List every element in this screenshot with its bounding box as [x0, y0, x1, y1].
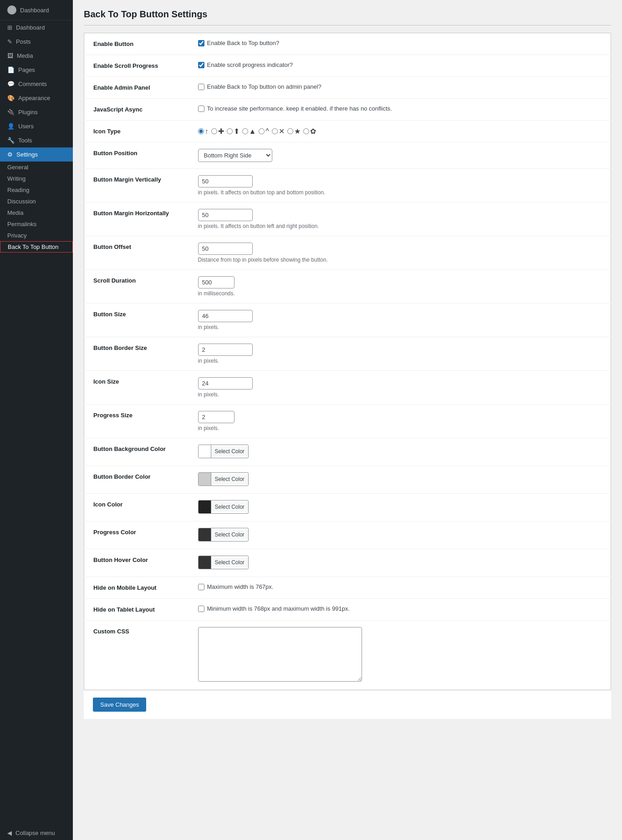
button-hover-color-swatch: [199, 556, 211, 569]
label-button-background-color: Button Background Color: [84, 438, 189, 466]
collapse-menu-button[interactable]: ◀ Collapse menu: [0, 826, 73, 840]
nav-label-settings: Settings: [16, 151, 38, 158]
icon-type-radio-7[interactable]: [287, 128, 293, 134]
submenu-item-writing[interactable]: Writing: [0, 173, 73, 184]
submenu-item-discussion[interactable]: Discussion: [0, 196, 73, 207]
row-button-border-size: Button Border Size in pixels.: [84, 337, 611, 371]
hide-tablet-text: Minimum width is 768px and maximum width…: [207, 605, 350, 612]
sidebar-nav-item-media[interactable]: 🖼 Media: [0, 49, 73, 63]
enable-admin-panel-checkbox[interactable]: [198, 84, 204, 90]
submenu-item-reading[interactable]: Reading: [0, 184, 73, 196]
enable-scroll-progress-checkbox[interactable]: [198, 62, 204, 68]
label-button-size: Button Size: [84, 304, 189, 337]
row-custom-css: Custom CSS: [84, 621, 611, 690]
sidebar-logo-label: Dashboard: [20, 7, 49, 14]
progress-color-picker[interactable]: Select Color: [198, 528, 249, 541]
collapse-icon: ◀: [7, 830, 12, 836]
settings-icon: ⚙: [7, 151, 13, 158]
icon-type-radio-3[interactable]: [227, 128, 233, 134]
row-button-size: Button Size in pixels.: [84, 304, 611, 337]
button-border-size-input[interactable]: [198, 344, 253, 356]
row-button-offset: Button Offset Distance from top in pixel…: [84, 236, 611, 270]
button-hover-color-picker[interactable]: Select Color: [198, 556, 249, 569]
sidebar-logo[interactable]: Dashboard: [0, 0, 73, 20]
icon-color-picker[interactable]: Select Color: [198, 500, 249, 514]
icon-color-label: Select Color: [211, 502, 248, 512]
nav-label-pages: Pages: [18, 66, 35, 73]
icon-type-option-8[interactable]: ✿: [303, 127, 316, 136]
hide-mobile-label[interactable]: Maximum width is 767px.: [198, 583, 602, 590]
icon-type-radio-4[interactable]: [242, 128, 248, 134]
nav-label-comments: Comments: [18, 81, 47, 87]
icon-type-option-1[interactable]: ↑: [198, 127, 209, 136]
icon-type-option-4[interactable]: ▲: [242, 127, 256, 136]
label-hide-tablet: Hide on Tablet Layout: [84, 599, 189, 621]
sidebar-nav-item-tools[interactable]: 🔧 Tools: [0, 133, 73, 147]
submenu-item-media[interactable]: Media: [0, 207, 73, 218]
icon-size-input[interactable]: [198, 377, 253, 390]
sidebar-nav-item-settings[interactable]: ⚙ Settings: [0, 147, 73, 162]
nav-label-plugins: Plugins: [18, 109, 38, 116]
icon-type-option-6[interactable]: ✕: [272, 127, 285, 136]
sidebar-nav-item-plugins[interactable]: 🔌 Plugins: [0, 105, 73, 119]
row-button-hover-color: Button Hover Color Select Color: [84, 549, 611, 577]
sidebar-nav-item-comments[interactable]: 💬 Comments: [0, 77, 73, 91]
save-changes-button[interactable]: Save Changes: [93, 698, 146, 712]
hide-mobile-checkbox[interactable]: [198, 584, 204, 590]
enable-admin-panel-label[interactable]: Enable Back to Top button on admin panel…: [198, 83, 602, 90]
hide-tablet-checkbox[interactable]: [198, 606, 204, 612]
javascript-async-checkbox[interactable]: [198, 106, 204, 112]
custom-css-textarea[interactable]: [198, 627, 362, 682]
label-button-hover-color: Button Hover Color: [84, 549, 189, 577]
icon-symbol-4: ▲: [249, 127, 256, 136]
button-size-input[interactable]: [198, 310, 253, 322]
icon-type-radio-2[interactable]: [211, 128, 217, 134]
row-scroll-duration: Scroll Duration in milliseconds.: [84, 270, 611, 304]
sidebar-nav-item-posts[interactable]: ✎ Posts: [0, 35, 73, 49]
submenu-item-general[interactable]: General: [0, 162, 73, 173]
icon-symbol-3: ⬆: [234, 127, 240, 136]
submenu-item-permalinks[interactable]: Permalinks: [0, 218, 73, 230]
row-button-position: Button Position Bottom Right Side Bottom…: [84, 142, 611, 169]
button-margin-vertically-input[interactable]: [198, 175, 253, 187]
icon-type-radio-1[interactable]: [198, 128, 204, 134]
sidebar-nav-item-appearance[interactable]: 🎨 Appearance: [0, 91, 73, 105]
row-icon-type: Icon Type ↑ ✚ ⬆: [84, 121, 611, 142]
icon-type-option-7[interactable]: ★: [287, 127, 301, 136]
button-margin-horizontally-input[interactable]: [198, 209, 253, 221]
enable-button-checkbox[interactable]: [198, 40, 204, 46]
label-progress-color: Progress Color: [84, 521, 189, 549]
progress-color-label: Select Color: [211, 530, 248, 540]
sidebar-nav-item-dashboard[interactable]: ⊞ Dashboard: [0, 20, 73, 35]
button-offset-input[interactable]: [198, 243, 253, 255]
button-border-color-picker[interactable]: Select Color: [198, 472, 249, 486]
javascript-async-label[interactable]: To increase site performance. keep it en…: [198, 105, 602, 112]
enable-button-checkbox-label[interactable]: Enable Back to Top button?: [198, 40, 602, 46]
sidebar-nav-item-pages[interactable]: 📄 Pages: [0, 63, 73, 77]
icon-type-option-2[interactable]: ✚: [211, 127, 224, 136]
hide-tablet-label[interactable]: Minimum width is 768px and maximum width…: [198, 605, 602, 612]
enable-scroll-progress-text: Enable scroll progress indicator?: [207, 61, 293, 68]
row-button-margin-horizontally: Button Margin Horizontally in pixels. It…: [84, 202, 611, 236]
nav-label-tools: Tools: [18, 137, 32, 144]
icon-type-option-3[interactable]: ⬆: [227, 127, 240, 136]
icon-type-radio-8[interactable]: [303, 128, 309, 134]
users-icon: 👤: [7, 123, 15, 130]
icon-type-radio-6[interactable]: [272, 128, 278, 134]
nav-label-media: Media: [17, 52, 33, 59]
submenu-item-privacy[interactable]: Privacy: [0, 230, 73, 241]
button-background-color-picker[interactable]: Select Color: [198, 445, 249, 458]
button-border-color-swatch: [199, 473, 211, 486]
row-progress-color: Progress Color Select Color: [84, 521, 611, 549]
sidebar-nav-item-users[interactable]: 👤 Users: [0, 119, 73, 133]
save-button-row: Save Changes: [84, 690, 611, 719]
icon-type-radio-5[interactable]: [259, 128, 265, 134]
label-button-border-color: Button Border Color: [84, 466, 189, 494]
label-icon-type: Icon Type: [84, 121, 189, 142]
progress-size-input[interactable]: [198, 411, 235, 423]
scroll-duration-input[interactable]: [198, 276, 235, 288]
enable-scroll-progress-label[interactable]: Enable scroll progress indicator?: [198, 61, 602, 68]
submenu-item-back-to-top[interactable]: Back To Top Button: [0, 241, 73, 253]
button-position-select[interactable]: Bottom Right Side Bottom Left Side Botto…: [198, 149, 272, 162]
icon-type-option-5[interactable]: ^: [259, 127, 269, 136]
